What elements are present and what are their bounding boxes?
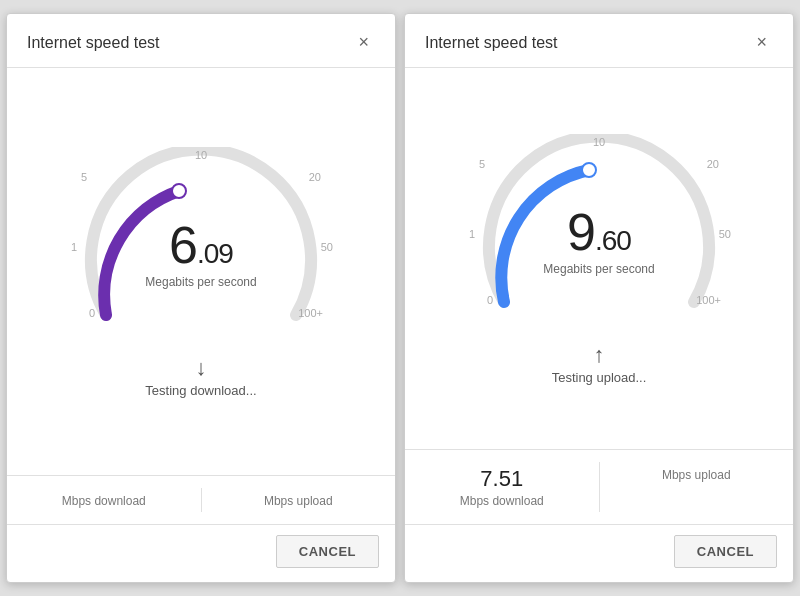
gauge-section-1: 0 1 5 10 20 50 100+ 6.09 Megabits per se… xyxy=(7,68,395,475)
stat-upload-1: Mbps upload xyxy=(202,488,396,512)
stat-download-label-1: Mbps download xyxy=(62,494,146,508)
gauge-label-20-1: 20 xyxy=(309,171,321,183)
gauge-label-50-2: 50 xyxy=(719,228,731,240)
gauge-label-0-1: 0 xyxy=(89,307,95,319)
close-button-1[interactable]: × xyxy=(352,30,375,55)
dialog-download: Internet speed test × 0 1 5 10 xyxy=(6,13,396,583)
speed-dec-1: .09 xyxy=(197,238,233,269)
dialog-footer-2: CANCEL xyxy=(405,524,793,582)
stat-download-label-2: Mbps download xyxy=(460,494,544,508)
gauge-label-5-2: 5 xyxy=(479,158,485,170)
speed-unit-2: Megabits per second xyxy=(543,262,654,276)
stat-download-value-2: 7.51 xyxy=(405,466,599,492)
status-text-2: Testing upload... xyxy=(552,370,647,385)
cancel-button-1[interactable]: CANCEL xyxy=(276,535,379,568)
dialog-footer-1: CANCEL xyxy=(7,524,395,582)
gauge-2: 0 1 5 10 20 50 100+ 9.60 Megabits per se… xyxy=(459,134,739,334)
dialog-title-1: Internet speed test xyxy=(27,34,160,52)
status-row-1: ↓ Testing download... xyxy=(145,355,256,398)
dialog-upload: Internet speed test × 0 1 5 10 20 50 100… xyxy=(404,13,794,583)
speed-display-1: 6.09 Megabits per second xyxy=(145,219,256,289)
gauge-1: 0 1 5 10 20 50 100+ 6.09 Megabits per se… xyxy=(61,147,341,347)
dialog-header-1: Internet speed test × xyxy=(7,14,395,68)
gauge-label-10-1: 10 xyxy=(195,149,207,161)
gauge-label-1-1: 1 xyxy=(71,241,77,253)
download-icon-1: ↓ xyxy=(195,355,206,381)
speed-dec-2: .60 xyxy=(595,225,631,256)
status-text-1: Testing download... xyxy=(145,383,256,398)
gauge-label-0-2: 0 xyxy=(487,294,493,306)
speed-display-2: 9.60 Megabits per second xyxy=(543,206,654,276)
gauge-label-1-2: 1 xyxy=(469,228,475,240)
status-row-2: ↑ Testing upload... xyxy=(552,342,647,385)
speed-unit-1: Megabits per second xyxy=(145,275,256,289)
gauge-label-50-1: 50 xyxy=(321,241,333,253)
cancel-button-2[interactable]: CANCEL xyxy=(674,535,777,568)
gauge-label-20-2: 20 xyxy=(707,158,719,170)
stat-upload-2: Mbps upload xyxy=(600,462,794,512)
close-button-2[interactable]: × xyxy=(750,30,773,55)
dialog-header-2: Internet speed test × xyxy=(405,14,793,68)
dialog-title-2: Internet speed test xyxy=(425,34,558,52)
stats-section-2: 7.51 Mbps download Mbps upload xyxy=(405,449,793,524)
gauge-label-10-2: 10 xyxy=(593,136,605,148)
stat-download-2: 7.51 Mbps download xyxy=(405,462,600,512)
speed-int-1: 6 xyxy=(169,216,197,274)
gauge-section-2: 0 1 5 10 20 50 100+ 9.60 Megabits per se… xyxy=(405,68,793,449)
gauge-label-5-1: 5 xyxy=(81,171,87,183)
speed-int-2: 9 xyxy=(567,203,595,261)
upload-icon-2: ↑ xyxy=(594,342,605,368)
speed-number-1: 6.09 xyxy=(145,219,256,271)
svg-point-0 xyxy=(172,184,186,198)
gauge-label-100-1: 100+ xyxy=(298,307,323,319)
stat-upload-label-2: Mbps upload xyxy=(662,468,731,482)
gauge-label-100-2: 100+ xyxy=(696,294,721,306)
speed-number-2: 9.60 xyxy=(543,206,654,258)
stat-download-1: Mbps download xyxy=(7,488,202,512)
svg-point-1 xyxy=(582,163,596,177)
stats-section-1: Mbps download Mbps upload xyxy=(7,475,395,524)
stat-upload-label-1: Mbps upload xyxy=(264,494,333,508)
